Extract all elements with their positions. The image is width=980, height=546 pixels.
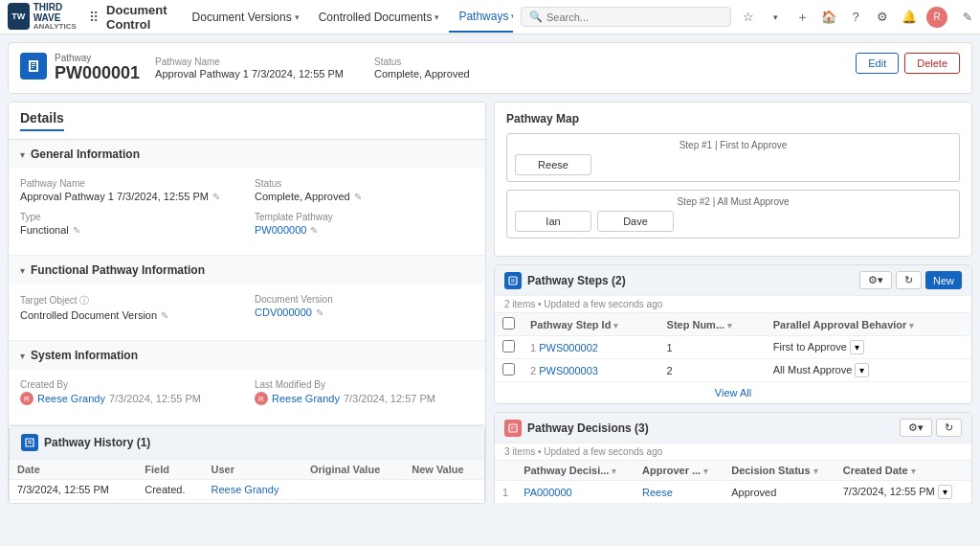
chevron-icon: ▾ xyxy=(511,11,513,21)
approver-cell: Ian xyxy=(635,504,724,505)
decisions-list-header: Pathway Decisions (3) ⚙▾ ↻ xyxy=(495,413,971,444)
section-general-header[interactable]: ▾ General Information xyxy=(9,140,485,169)
steps-new-button[interactable]: New xyxy=(925,271,962,289)
gear-icon[interactable]: ⚙ xyxy=(873,8,892,27)
decision-id-link[interactable]: PA000000 xyxy=(523,487,572,498)
question-icon[interactable]: ? xyxy=(846,8,865,27)
step-id-cell: 1 PWS000002 xyxy=(523,336,659,359)
search-input[interactable] xyxy=(546,11,723,23)
steps-view-all-link[interactable]: View All xyxy=(715,387,751,398)
section-system: ▾ System Information Created By R Reese … xyxy=(9,341,485,425)
section-general: ▾ General Information Pathway Name Appro… xyxy=(9,140,485,256)
history-original xyxy=(302,480,404,500)
step-2-container: Step #2 | All Must Approve Ian Dave xyxy=(506,190,960,239)
edit-button[interactable]: Edit xyxy=(856,53,899,74)
decisions-table: Pathway Decisi... ▾ Approver ... ▾ Decis… xyxy=(495,461,971,504)
row-dropdown-button[interactable]: ▾ xyxy=(850,340,864,354)
pathway-steps-list: Pathway Steps (2) ⚙▾ ↻ New 2 items • Upd… xyxy=(494,264,972,404)
template-link[interactable]: PW000000 xyxy=(255,224,306,236)
logo-icon: TW xyxy=(8,3,30,30)
col-field: Field xyxy=(137,460,203,480)
step-2-node-1: Dave xyxy=(597,211,674,232)
main-content: Details ▾ General Information Pathway Na… xyxy=(8,102,972,504)
step-id-link[interactable]: PWS000002 xyxy=(539,342,598,353)
approver-cell: Reese xyxy=(635,481,724,504)
created-date-cell: 7/3/2024, 12:55 PM ▾ xyxy=(835,504,971,505)
field-edit-icon[interactable]: ✎ xyxy=(310,225,318,236)
decisions-settings-button[interactable]: ⚙▾ xyxy=(900,419,932,437)
field-edit-icon[interactable]: ✎ xyxy=(73,225,80,236)
section-functional-body: Target Object ⓘ Controlled Document Vers… xyxy=(9,284,485,340)
pathway-map-title: Pathway Map xyxy=(506,112,960,125)
steps-title: Pathway Steps (2) xyxy=(527,274,626,287)
select-all-checkbox[interactable] xyxy=(502,317,515,330)
nav-pathways[interactable]: Pathways ▾ xyxy=(449,2,513,33)
field-row-2: Type Functional ✎ Template Pathway PW000… xyxy=(20,212,474,236)
row-dropdown-button[interactable]: ▾ xyxy=(855,363,869,377)
steps-settings-button[interactable]: ⚙▾ xyxy=(859,271,892,289)
field-edit-icon[interactable]: ✎ xyxy=(161,310,168,321)
nav-document-versions[interactable]: Document Versions ▾ xyxy=(183,2,309,33)
field-edit-icon[interactable]: ✎ xyxy=(354,192,362,202)
history-view-all: View All xyxy=(10,500,484,504)
steps-actions: ⚙▾ ↻ New xyxy=(859,271,962,289)
star-icon[interactable]: ☆ xyxy=(739,8,758,27)
col-created-date: Created Date ▾ xyxy=(835,461,971,481)
nav-controlled-docs[interactable]: Controlled Documents ▾ xyxy=(309,2,450,33)
record-header: Pathway PW000001 Pathway Name Approval P… xyxy=(8,42,972,94)
history-field: Created. xyxy=(137,480,203,500)
field-row-4: Created By R Reese Grandy 7/3/2024, 12:5… xyxy=(20,379,474,405)
decisions-row: 2 PA000001 Ian Approved 7/3/2024, 12:55 … xyxy=(495,504,971,505)
docversion-link[interactable]: CDV000000 xyxy=(255,307,312,318)
field-modified-by: Last Modified By R Reese Grandy 7/3/2024… xyxy=(255,379,474,405)
field-pathway-name: Pathway Name Approval Pathway 1 7/3/2024… xyxy=(20,178,239,202)
row-check xyxy=(495,336,523,359)
page-edit-icon[interactable]: ✎ xyxy=(963,11,972,24)
grid-icon[interactable]: ⠿ xyxy=(89,10,99,25)
steps-icon xyxy=(504,272,522,289)
record-icon xyxy=(20,53,47,80)
row-checkbox[interactable] xyxy=(502,363,515,375)
decisions-refresh-button[interactable]: ↻ xyxy=(936,419,962,437)
sort-icon: ▾ xyxy=(813,466,818,476)
home-icon[interactable]: 🏠 xyxy=(819,8,838,27)
section-functional-title: Functional Pathway Information xyxy=(31,263,205,277)
bell-icon[interactable]: 🔔 xyxy=(900,8,919,27)
steps-list-header: Pathway Steps (2) ⚙▾ ↻ New xyxy=(495,265,971,296)
step-behavior-cell: All Must Approve ▾ xyxy=(766,359,971,382)
history-user-link[interactable]: Reese Grandy xyxy=(211,484,278,495)
col-step-num: Step Num... ▾ xyxy=(659,313,766,336)
col-step-id: Pathway Step Id ▾ xyxy=(523,313,659,336)
section-system-header[interactable]: ▾ System Information xyxy=(9,341,485,370)
row-dropdown-button[interactable]: ▾ xyxy=(938,485,952,499)
delete-button[interactable]: Delete xyxy=(904,53,960,74)
steps-row: 1 PWS000002 1 First to Approve ▾ xyxy=(495,336,971,359)
created-by-link[interactable]: Reese Grandy xyxy=(37,393,105,404)
history-date: 7/3/2024, 12:55 PM xyxy=(10,480,137,500)
field-docversion: Document Version CDV000000 ✎ xyxy=(255,294,474,321)
approver-link[interactable]: Reese xyxy=(642,487,673,498)
avatar[interactable]: R xyxy=(926,7,947,28)
section-functional-header[interactable]: ▾ Functional Pathway Information xyxy=(9,256,485,284)
row-checkbox[interactable] xyxy=(502,340,515,353)
modified-by-link[interactable]: Reese Grandy xyxy=(272,393,340,404)
step-2-node-0: Ian xyxy=(515,211,591,232)
field-edit-icon[interactable]: ✎ xyxy=(212,192,220,202)
field-edit-icon[interactable]: ✎ xyxy=(316,307,323,318)
step-behavior-cell: First to Approve ▾ xyxy=(766,336,971,359)
add-icon[interactable]: ＋ xyxy=(792,8,812,27)
col-check xyxy=(495,313,523,336)
history-row: 7/3/2024, 12:55 PM Created. Reese Grandy xyxy=(10,480,484,500)
modified-by-value: R Reese Grandy 7/3/2024, 12:57 PM xyxy=(255,392,474,405)
chevron-star-icon[interactable]: ▾ xyxy=(766,8,785,27)
details-tab[interactable]: Details xyxy=(9,102,485,140)
col-decision-status: Decision Status ▾ xyxy=(724,461,835,481)
step-id-link[interactable]: PWS000003 xyxy=(539,365,598,376)
decisions-actions: ⚙▾ ↻ xyxy=(900,419,962,437)
history-icon xyxy=(21,434,38,451)
steps-refresh-button[interactable]: ↻ xyxy=(896,271,922,289)
decisions-icon xyxy=(504,420,522,437)
help-icon[interactable]: ⓘ xyxy=(79,295,89,306)
col-decision-id: Pathway Decisi... ▾ xyxy=(516,461,635,481)
decision-id-cell: PA000001 xyxy=(516,504,635,505)
